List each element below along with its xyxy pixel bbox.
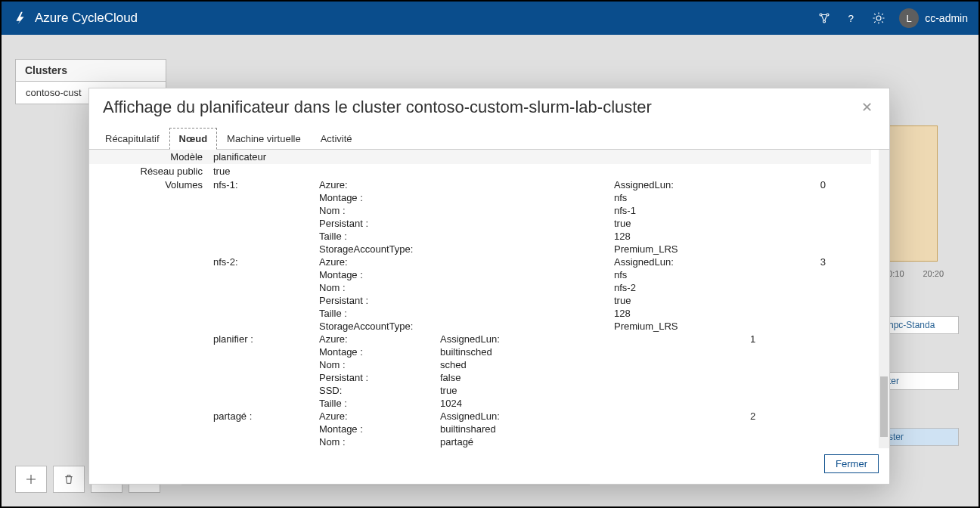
field-label-public-network: Réseau public bbox=[89, 164, 210, 178]
volume-prop-key: Persistant : bbox=[316, 294, 437, 307]
volume-prop-value: nfs-1 bbox=[611, 204, 747, 217]
volume-prop-value: 1024 bbox=[437, 397, 611, 410]
assigned-lun-value: 3 bbox=[747, 256, 871, 268]
volume-prop-value: Premium_LRS bbox=[611, 320, 747, 333]
username: cc-admin bbox=[925, 12, 968, 24]
volume-prop-key: Nom : bbox=[316, 435, 437, 448]
volume-prop-row: StorageAccountType:Premium_LRS bbox=[89, 243, 871, 256]
volume-prop-row: Taille :1024 bbox=[89, 397, 871, 410]
close-icon[interactable]: ✕ bbox=[858, 96, 876, 119]
volume-prop-value: Premium_LRS bbox=[611, 243, 747, 256]
volume-name: nfs-1: bbox=[210, 178, 316, 191]
tab-activity[interactable]: Activité bbox=[311, 128, 362, 149]
background-chart-area: 20:10 20:20 hpc-Standa ter ster bbox=[883, 125, 959, 446]
svg-point-2 bbox=[823, 20, 826, 23]
volume-prop-key: Nom : bbox=[316, 358, 437, 371]
dialog-tabs: Récapitulatif Nœud Machine virtuelle Act… bbox=[89, 128, 889, 150]
volume-prop-row: Persistant :true bbox=[89, 217, 871, 230]
close-button[interactable]: Fermer bbox=[824, 454, 879, 473]
volume-prop-key: Taille : bbox=[316, 307, 437, 320]
volume-name: planifier : bbox=[210, 333, 316, 345]
assigned-lun-label: AssignedLun: bbox=[611, 178, 747, 191]
volume-prop-value bbox=[611, 345, 747, 358]
scrollbar-thumb[interactable] bbox=[880, 376, 888, 437]
volume-prop-row: Persistant :true bbox=[89, 294, 871, 307]
usage-chart bbox=[883, 125, 938, 262]
bg-link[interactable]: hpc-Standa bbox=[883, 316, 959, 334]
volume-azure-label: Azure: bbox=[316, 410, 437, 423]
volume-prop-value: false bbox=[437, 371, 611, 384]
add-button[interactable] bbox=[15, 466, 47, 493]
svg-point-1 bbox=[826, 14, 829, 16]
field-label-model: Modèle bbox=[89, 150, 210, 164]
volume-prop-row: Montage :builtinsched bbox=[89, 345, 871, 358]
bg-link[interactable]: ter bbox=[883, 372, 959, 390]
main-region: Clusters contoso-cust 20:10 20:20 hpc-St… bbox=[2, 35, 978, 506]
volume-prop-value bbox=[611, 423, 747, 435]
volume-prop-value: true bbox=[611, 217, 747, 230]
assigned-lun-label: AssignedLun: bbox=[437, 333, 611, 345]
assigned-lun-value: 2 bbox=[747, 410, 871, 423]
volume-prop-row: Nom :sched bbox=[89, 358, 871, 371]
gear-icon[interactable] bbox=[872, 11, 885, 25]
bg-link-selected[interactable]: ster bbox=[883, 428, 959, 446]
tab-summary[interactable]: Récapitulatif bbox=[95, 128, 169, 149]
volume-prop-row: Taille :128 bbox=[89, 307, 871, 320]
volume-prop-key: Montage : bbox=[316, 268, 437, 281]
help-icon[interactable]: ? bbox=[845, 11, 858, 25]
tab-vm[interactable]: Machine virtuelle bbox=[217, 128, 311, 149]
app-logo[interactable]: Azure CycleCloud bbox=[12, 10, 138, 26]
volume-prop-value bbox=[611, 371, 747, 384]
volume-prop-key: Persistant : bbox=[316, 371, 437, 384]
volume-prop-row: Persistant :false bbox=[89, 371, 871, 384]
connections-icon[interactable] bbox=[817, 11, 831, 25]
volume-prop-key: Persistant : bbox=[316, 217, 437, 230]
volume-row: planifier :Azure:AssignedLun:1 bbox=[89, 333, 871, 345]
volume-prop-value: sched bbox=[437, 358, 611, 371]
assigned-lun-label: AssignedLun: bbox=[611, 256, 747, 268]
volume-row: Volumesnfs-1:Azure:AssignedLun:0 bbox=[89, 178, 871, 191]
volume-prop-key: SSD: bbox=[316, 384, 437, 397]
volume-prop-row: Nom :nfs-2 bbox=[89, 281, 871, 294]
volume-prop-row: Nom :nfs-1 bbox=[89, 204, 871, 217]
volume-prop-value: nfs bbox=[611, 268, 747, 281]
volume-prop-row: StorageAccountType:Premium_LRS bbox=[89, 320, 871, 333]
assigned-lun-label: AssignedLun: bbox=[437, 410, 611, 423]
volume-prop-key: Nom : bbox=[316, 281, 437, 294]
tab-node[interactable]: Nœud bbox=[169, 128, 218, 150]
volume-prop-value bbox=[611, 435, 747, 448]
user-menu[interactable]: L cc-admin bbox=[899, 8, 968, 28]
volume-prop-row: Nom :partagé bbox=[89, 435, 871, 448]
svg-point-0 bbox=[820, 14, 822, 16]
volume-prop-value: 128 bbox=[611, 307, 747, 320]
app-title: Azure CycleCloud bbox=[35, 11, 138, 26]
volume-prop-key: Taille : bbox=[316, 397, 437, 410]
volume-prop-row: Montage :builtinshared bbox=[89, 423, 871, 435]
volume-prop-key: Montage : bbox=[316, 345, 437, 358]
volume-prop-row: Montage :nfs bbox=[89, 268, 871, 281]
volume-azure-label: Azure: bbox=[316, 178, 437, 191]
assigned-lun-value: 0 bbox=[747, 178, 871, 191]
field-value-model: planificateur bbox=[210, 150, 871, 164]
volume-prop-value: nfs-2 bbox=[611, 281, 747, 294]
volume-prop-value bbox=[611, 358, 747, 371]
volume-name: partagé : bbox=[210, 410, 316, 423]
field-label-volumes bbox=[89, 333, 210, 345]
clusters-tab[interactable]: Clusters bbox=[16, 60, 166, 82]
volume-prop-key: Montage : bbox=[316, 191, 437, 204]
volume-azure-label: Azure: bbox=[316, 256, 437, 268]
volume-prop-value: builtinshared bbox=[437, 423, 611, 435]
volume-prop-value: nfs bbox=[611, 191, 747, 204]
volume-prop-value: builtinsched bbox=[437, 345, 611, 358]
svg-text:?: ? bbox=[848, 13, 854, 24]
delete-button[interactable] bbox=[53, 466, 85, 493]
volume-row: nfs-2:Azure:AssignedLun:3 bbox=[89, 256, 871, 268]
volume-row: partagé :Azure:AssignedLun:2 bbox=[89, 410, 871, 423]
volume-prop-value: partagé bbox=[437, 435, 611, 448]
vertical-scrollbar[interactable] bbox=[879, 150, 889, 448]
dialog-content: Modèle planificateur Réseau public true … bbox=[89, 150, 889, 448]
node-dialog: Affichage du planificateur dans le clust… bbox=[88, 88, 890, 485]
volume-prop-row: SSD:true bbox=[89, 384, 871, 397]
volume-prop-value: 128 bbox=[611, 230, 747, 243]
field-value-public-network: true bbox=[210, 164, 871, 178]
